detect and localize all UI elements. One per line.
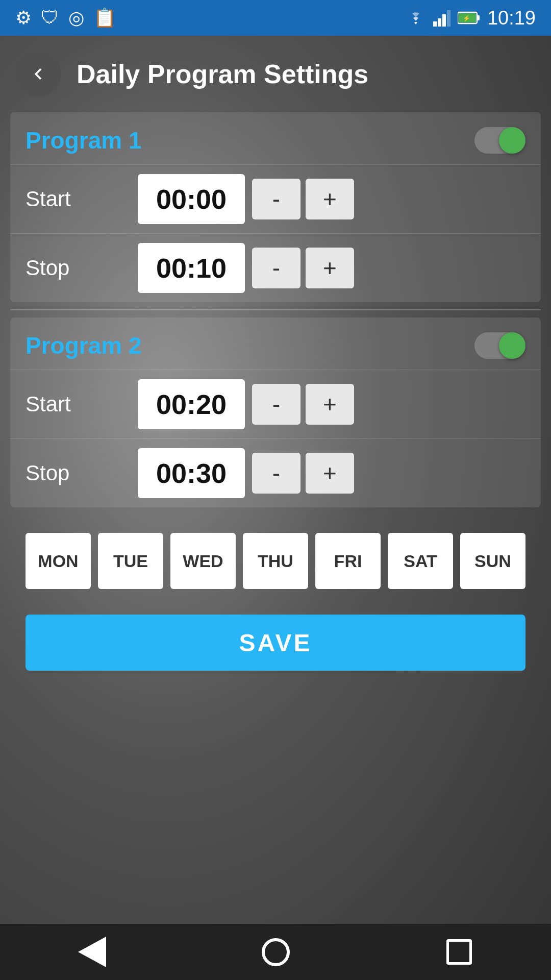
status-icons-left: ⚙ 🛡 ◎ 📋 — [15, 7, 116, 29]
program-2-start-controls: - + — [252, 384, 354, 425]
day-saturday[interactable]: SAT — [388, 533, 453, 589]
spinner-icon: ◎ — [68, 7, 84, 29]
program-1-title: Program 1 — [26, 127, 142, 154]
toggle-1-thumb — [499, 127, 525, 154]
nav-home-icon — [262, 938, 290, 966]
day-sunday[interactable]: SUN — [460, 533, 525, 589]
gear-icon: ⚙ — [15, 7, 32, 29]
status-bar: ⚙ 🛡 ◎ 📋 ⚡ 10:19 — [0, 0, 551, 36]
program-1-stop-row: Stop 00:10 - + — [10, 233, 541, 302]
program-2-stop-value: 00:30 — [138, 448, 245, 498]
battery-icon: ⚡ — [458, 11, 480, 25]
clipboard-icon: 📋 — [93, 7, 116, 29]
program-1-stop-value: 00:10 — [138, 243, 245, 293]
save-button[interactable]: SAVE — [26, 615, 525, 671]
program-2-start-minus[interactable]: - — [252, 384, 300, 425]
program-2-title: Program 2 — [26, 332, 142, 359]
day-monday[interactable]: MON — [26, 533, 91, 589]
program-2-toggle[interactable] — [474, 332, 525, 359]
days-row: MON TUE WED THU FRI SAT SUN — [0, 512, 551, 599]
program-1-stop-plus[interactable]: + — [306, 248, 354, 288]
toggle-2-track — [474, 332, 525, 359]
program-2-start-plus[interactable]: + — [306, 384, 354, 425]
shield-icon: 🛡 — [41, 7, 59, 29]
program-2-stop-row: Stop 00:30 - + — [10, 438, 541, 507]
svg-text:⚡: ⚡ — [463, 14, 470, 22]
day-wednesday[interactable]: WED — [170, 533, 236, 589]
svg-rect-1 — [438, 18, 441, 27]
save-container: SAVE — [0, 599, 551, 686]
day-friday[interactable]: FRI — [315, 533, 381, 589]
program-1-toggle[interactable] — [474, 127, 525, 154]
program-2-start-row: Start 00:20 - + — [10, 370, 541, 438]
program-1-start-value: 00:00 — [138, 174, 245, 224]
svg-rect-3 — [447, 10, 450, 27]
back-button[interactable] — [15, 51, 61, 97]
program-1-section: Program 1 Start 00:00 - + Stop 00:10 - + — [10, 112, 541, 302]
svg-rect-2 — [442, 14, 446, 27]
nav-recent-button[interactable] — [439, 932, 480, 972]
program-1-stop-minus[interactable]: - — [252, 248, 300, 288]
nav-home-button[interactable] — [255, 932, 296, 972]
status-time: 10:19 — [487, 7, 536, 29]
program-1-header: Program 1 — [10, 112, 541, 164]
section-divider — [10, 309, 541, 310]
nav-back-icon — [78, 937, 106, 967]
day-thursday[interactable]: THU — [243, 533, 308, 589]
program-1-stop-controls: - + — [252, 248, 354, 288]
program-2-header: Program 2 — [10, 317, 541, 370]
program-2-stop-plus[interactable]: + — [306, 453, 354, 494]
program-1-stop-label: Stop — [26, 256, 138, 280]
signal-icon — [433, 9, 450, 27]
program-1-start-controls: - + — [252, 179, 354, 219]
toggle-2-thumb — [499, 332, 525, 359]
day-tuesday[interactable]: TUE — [98, 533, 163, 589]
bottom-nav — [0, 924, 551, 980]
program-2-section: Program 2 Start 00:20 - + Stop 00:30 - + — [10, 317, 541, 507]
program-2-start-value: 00:20 — [138, 379, 245, 429]
toggle-1-track — [474, 127, 525, 154]
nav-recent-icon — [446, 939, 472, 965]
svg-rect-0 — [433, 21, 437, 27]
nav-back-button[interactable] — [71, 932, 112, 972]
main-content: Program 1 Start 00:00 - + Stop 00:10 - + — [0, 112, 551, 507]
page-title: Daily Program Settings — [77, 59, 368, 89]
program-2-stop-minus[interactable]: - — [252, 453, 300, 494]
program-1-start-label: Start — [26, 187, 138, 211]
program-1-start-plus[interactable]: + — [306, 179, 354, 219]
svg-rect-5 — [477, 15, 480, 20]
program-2-start-label: Start — [26, 392, 138, 416]
wifi-icon — [406, 10, 426, 26]
program-1-start-row: Start 00:00 - + — [10, 164, 541, 233]
program-2-stop-controls: - + — [252, 453, 354, 494]
status-icons-right: ⚡ 10:19 — [406, 7, 536, 29]
program-1-start-minus[interactable]: - — [252, 179, 300, 219]
header: Daily Program Settings — [0, 36, 551, 112]
program-2-stop-label: Stop — [26, 461, 138, 485]
back-arrow-icon — [27, 63, 49, 85]
